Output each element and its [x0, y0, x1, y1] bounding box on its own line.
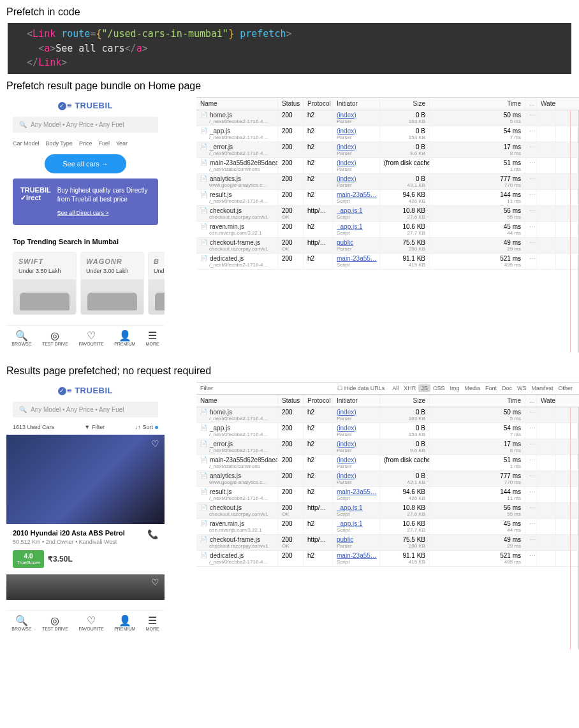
favourite-icon[interactable]: ♡ — [151, 577, 159, 587]
type-filter-font[interactable]: Font — [483, 384, 499, 392]
nav-more[interactable]: ☰MORE — [146, 615, 159, 631]
filter-fuel[interactable]: Fuel — [98, 140, 110, 147]
trust-badge: 4.0 TrueScore — [13, 550, 44, 568]
col-header[interactable]: Time — [430, 98, 525, 110]
type-filter-manifest[interactable]: Manifest — [529, 384, 555, 392]
net-row[interactable]: _error.js/_next/0fecbba2-1716-4…200h2(in… — [196, 439, 578, 455]
nav-browse[interactable]: 🔍BROWSE — [11, 330, 31, 346]
net-row[interactable]: analytics.jswww.google-analytics.c…200h2… — [196, 471, 578, 487]
net-row[interactable]: raven.min.jscdn.ravenjs.com/3.22.1200h2_… — [196, 222, 578, 238]
trend-card[interactable]: SWIFTUnder 3.50 Lakh — [13, 252, 77, 315]
trend-card[interactable]: BUnde — [148, 252, 165, 315]
net-row[interactable]: checkout-frame.jscheckout.razorpay.com/v… — [196, 535, 578, 551]
network-panel-2: Filter ☐ Hide data URLs AllXHRJSCSSImgMe… — [196, 382, 579, 650]
filter-year[interactable]: Year — [116, 140, 128, 147]
net-row[interactable]: _error.js/_next/0fecbba2-1716-4…200h2(in… — [196, 142, 578, 158]
filter-car-model[interactable]: Car Model — [13, 140, 40, 147]
brand: ✓TRUEBIL — [6, 382, 165, 400]
direct-link[interactable]: See all Direct cars > — [57, 209, 150, 217]
net-row[interactable]: dedicated.js/_next/0fecbba2-1716-4…200h2… — [196, 254, 578, 270]
brand: ✓TRUEBIL — [6, 97, 165, 115]
nav-more[interactable]: ☰MORE — [146, 330, 159, 346]
type-filter-ws[interactable]: WS — [515, 384, 529, 392]
net-row[interactable]: main-23a55d62e85daea…/_next/static/commo… — [196, 158, 578, 174]
section3-title: Results page prefetched; no request requ… — [6, 365, 579, 377]
net-row[interactable]: analytics.jswww.google-analytics.c…200h2… — [196, 174, 578, 190]
net-row[interactable]: dedicated.js/_next/0fecbba2-1716-4…200h2… — [196, 551, 578, 567]
price-tag: ₹3.50L — [48, 555, 73, 564]
col-header[interactable]: ... — [525, 98, 537, 110]
col-header[interactable]: Protocol — [304, 395, 333, 407]
col-header[interactable]: Time — [430, 395, 525, 407]
devtools-filter-bar[interactable]: Filter ☐ Hide data URLs AllXHRJSCSSImgMe… — [196, 382, 579, 395]
net-row[interactable]: home.js/_next/0fecbba2-1716-4…200h2(inde… — [196, 407, 578, 423]
trending-title: Top Trending Search in Mumbai — [6, 229, 165, 252]
listing-image[interactable]: ♡ — [6, 435, 165, 524]
col-header[interactable]: Initiator — [333, 395, 380, 407]
col-header[interactable]: Status — [278, 98, 304, 110]
net-row[interactable]: result.js/_next/0fecbba2-1716-4…200h2mai… — [196, 487, 578, 503]
section1-title: Prefetch in code — [6, 6, 579, 18]
col-header[interactable]: Name — [196, 395, 278, 407]
see-all-button[interactable]: See all cars → — [45, 154, 126, 173]
mobile-home: ✓TRUEBIL Any Model • Any Price • Any Fue… — [6, 97, 165, 353]
trending-row[interactable]: SWIFTUnder 3.50 LakhWAGONRUnder 3.00 Lak… — [6, 252, 165, 315]
col-header[interactable]: Size — [380, 395, 430, 407]
type-filter-css[interactable]: CSS — [430, 384, 448, 392]
type-filter-xhr[interactable]: XHR — [401, 384, 418, 392]
call-icon[interactable]: 📞 — [147, 529, 158, 545]
type-filter-media[interactable]: Media — [462, 384, 483, 392]
filter-price[interactable]: Price — [79, 140, 92, 147]
nav-favourite[interactable]: ♡FAVOURITE — [78, 330, 103, 346]
net-row[interactable]: checkout-frame.jscheckout.razorpay.com/v… — [196, 238, 578, 254]
direct-text: Buy highest quality cars Directly from T… — [57, 187, 148, 203]
trend-card[interactable]: WAGONRUnder 3.00 Lakh — [80, 252, 144, 315]
search-input[interactable]: Any Model • Any Price • Any Fuel — [13, 117, 158, 133]
type-filter-js[interactable]: JS — [418, 384, 430, 392]
listing-image-2[interactable]: ♡ — [6, 574, 165, 600]
direct-card[interactable]: TRUEBIL ✓irect Buy highest quality cars … — [13, 178, 158, 225]
net-row[interactable]: _app.js/_next/0fecbba2-1716-4…200h2(inde… — [196, 423, 578, 439]
search-input[interactable]: Any Model • Any Price • Any Fuel — [13, 402, 158, 418]
type-filter-img[interactable]: Img — [447, 384, 462, 392]
sort-button[interactable]: ↓↑Sort — [135, 424, 158, 430]
col-header[interactable]: Name — [196, 98, 278, 110]
direct-logo: TRUEBIL ✓irect — [20, 186, 51, 217]
col-header[interactable]: Size — [380, 98, 430, 110]
nav-test drive[interactable]: ◎TEST DRIVE — [42, 330, 68, 346]
net-row[interactable]: checkout.jscheckout.razorpay.com/v1200OK… — [196, 503, 578, 519]
bottom-nav: 🔍BROWSE◎TEST DRIVE♡FAVOURITE👤PREMIUM☰MOR… — [6, 325, 165, 350]
col-header[interactable]: Status — [278, 395, 304, 407]
network-panel-1: NameStatusProtocolInitiatorSizeTime...Wa… — [196, 97, 579, 353]
type-filter-doc[interactable]: Doc — [499, 384, 515, 392]
nav-browse[interactable]: 🔍BROWSE — [11, 615, 31, 631]
code-block: <Link route={"/used-cars-in-mumbai"} pre… — [8, 23, 571, 74]
net-row[interactable]: result.js/_next/0fecbba2-1716-4…200h2mai… — [196, 190, 578, 206]
type-filter-all[interactable]: All — [390, 384, 401, 392]
net-row[interactable]: main-23a55d62e85daea…/_next/static/commo… — [196, 455, 578, 471]
net-row[interactable]: raven.min.jscdn.ravenjs.com/3.22.1200h2_… — [196, 519, 578, 535]
filter-button[interactable]: ▼ Filter — [84, 424, 105, 430]
net-row[interactable]: _app.js/_next/0fecbba2-1716-4…200h2(inde… — [196, 126, 578, 142]
col-header[interactable]: Initiator — [333, 98, 380, 110]
net-row[interactable]: home.js/_next/0fecbba2-1716-4…200h2(inde… — [196, 110, 578, 126]
net-row[interactable]: checkout.jscheckout.razorpay.com/v1200OK… — [196, 206, 578, 222]
type-filter-other[interactable]: Other — [555, 384, 575, 392]
net-header[interactable]: NameStatusProtocolInitiatorSizeTime...Wa… — [196, 98, 579, 110]
section2-title: Prefetch result page bundle on Home page — [6, 80, 579, 92]
col-header[interactable]: Protocol — [304, 98, 333, 110]
favourite-icon[interactable]: ♡ — [151, 439, 159, 449]
nav-test drive[interactable]: ◎TEST DRIVE — [42, 615, 68, 631]
nav-favourite[interactable]: ♡FAVOURITE — [78, 615, 103, 631]
bottom-nav: 🔍BROWSE◎TEST DRIVE♡FAVOURITE👤PREMIUM☰MOR… — [6, 610, 165, 635]
col-header[interactable]: Wate — [537, 98, 556, 110]
net-header[interactable]: NameStatusProtocolInitiatorSizeTime...Wa… — [196, 395, 579, 407]
listing-meta: 50,512 Km • 2nd Owner • Kandivali West — [13, 539, 125, 545]
filter-body-type[interactable]: Body Type — [46, 140, 73, 147]
col-header[interactable]: Wate — [537, 395, 556, 407]
nav-premium[interactable]: 👤PREMIUM — [114, 330, 135, 346]
mobile-results: ✓TRUEBIL Any Model • Any Price • Any Fue… — [6, 382, 165, 650]
results-count: 1613 Used Cars — [13, 424, 54, 430]
nav-premium[interactable]: 👤PREMIUM — [114, 615, 135, 631]
col-header[interactable]: ... — [525, 395, 537, 407]
